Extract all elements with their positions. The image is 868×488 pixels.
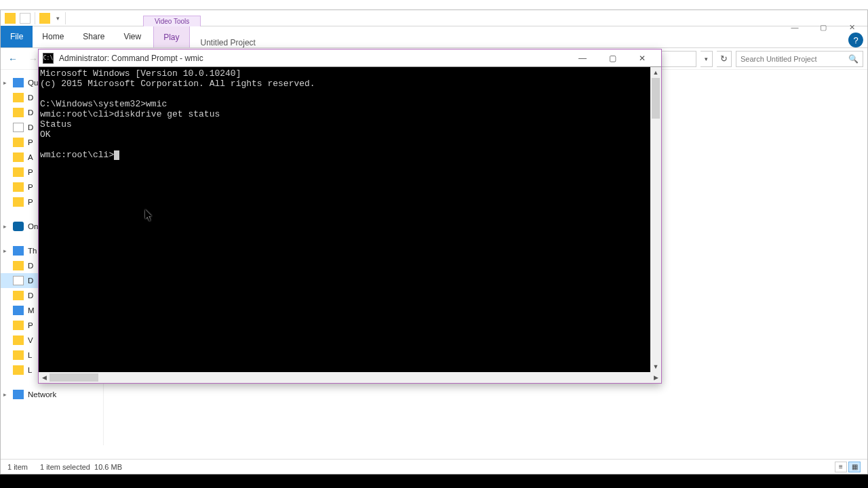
nav-item-icon: [13, 306, 24, 315]
nav-item-label: M: [28, 306, 35, 314]
nav-item-icon: [13, 321, 24, 330]
nav-item-icon: [13, 152, 24, 162]
tab-home[interactable]: Home: [33, 26, 73, 47]
cmd-title-text: Administrator: Command Prompt - wmic: [59, 54, 203, 63]
nav-item-icon: [13, 167, 24, 177]
help-icon[interactable]: ?: [848, 33, 863, 47]
nav-item-label: D: [28, 123, 33, 131]
scroll-up-icon[interactable]: ▲: [650, 67, 661, 78]
nav-item-label: D: [28, 291, 33, 300]
search-input[interactable]: [741, 55, 859, 63]
cmd-scrollbar-horizontal[interactable]: ◀ ▶: [39, 372, 661, 383]
nav-item-label: Qu: [28, 79, 38, 87]
refresh-button[interactable]: ↻: [717, 51, 732, 67]
nav-item-icon: [13, 138, 24, 147]
nav-item-label: V: [28, 336, 33, 344]
nav-item-label: On: [28, 222, 38, 230]
cmd-icon: C:\: [43, 53, 54, 64]
cmd-output[interactable]: Microsoft Windows [Version 10.0.10240] (…: [39, 67, 661, 372]
view-details-button[interactable]: ≡: [835, 462, 847, 472]
status-count: 1 item: [7, 463, 28, 471]
nav-item-icon: [13, 276, 24, 285]
nav-item-icon: [13, 93, 24, 102]
cmd-scrollbar-vertical[interactable]: ▲ ▼: [650, 67, 661, 372]
nav-item-label: D: [28, 277, 33, 285]
tab-share[interactable]: Share: [73, 26, 114, 47]
nav-item-label: Th: [28, 247, 37, 255]
nav-item-label: P: [28, 183, 33, 191]
nav-item-icon: [13, 350, 24, 360]
cmd-window: C:\ Administrator: Command Prompt - wmic…: [38, 49, 662, 384]
folder-icon: [5, 13, 16, 24]
nav-item[interactable]: ▸Network: [1, 387, 103, 402]
nav-item-label: P: [28, 168, 33, 176]
cmd-titlebar[interactable]: C:\ Administrator: Command Prompt - wmic…: [39, 49, 661, 67]
cmd-minimize-button[interactable]: —: [568, 50, 597, 66]
window-title: Untitled Project: [201, 38, 256, 47]
nav-item-icon: [13, 261, 24, 270]
nav-item-icon: [13, 246, 24, 256]
folder-icon: [39, 13, 50, 24]
explorer-qat: ▾: [1, 10, 867, 26]
tab-play[interactable]: Play: [153, 26, 189, 47]
view-thumbnails-button[interactable]: ▦: [848, 462, 861, 472]
nav-item-icon: [13, 222, 24, 231]
nav-item-label: L: [28, 351, 32, 359]
scroll-left-icon[interactable]: ◀: [39, 372, 50, 383]
address-dropdown-icon[interactable]: ▾: [701, 51, 713, 67]
status-selected: 1 item selected 10.6 MB: [40, 463, 122, 471]
nav-item-label: D: [28, 108, 33, 117]
scroll-down-icon[interactable]: ▼: [650, 361, 661, 372]
nav-item-label: Network: [28, 390, 56, 399]
scroll-right-icon[interactable]: ▶: [650, 372, 661, 383]
qat-placeholder[interactable]: [20, 13, 31, 24]
ribbon-contextual-header: Video Tools: [143, 16, 201, 26]
nav-item-label: D: [28, 94, 33, 102]
qat-dropdown-icon[interactable]: ▾: [54, 14, 61, 23]
nav-item-icon: [13, 108, 24, 117]
cmd-close-button[interactable]: ✕: [627, 50, 657, 66]
nav-item-icon: [13, 123, 24, 132]
ribbon: Video Tools File Home Share View Play Un…: [1, 26, 867, 48]
tab-view[interactable]: View: [114, 26, 151, 47]
back-button[interactable]: ←: [5, 51, 21, 67]
cmd-maximize-button[interactable]: ▢: [597, 50, 627, 66]
tab-file[interactable]: File: [1, 26, 33, 47]
nav-item-label: D: [28, 262, 33, 270]
nav-item-label: L: [28, 366, 32, 374]
search-icon: 🔍: [848, 54, 859, 64]
nav-item-label: P: [28, 321, 33, 329]
nav-item-icon: [13, 336, 24, 345]
qat-separator: [35, 12, 35, 24]
nav-item-icon: [13, 182, 24, 192]
nav-item-icon: [13, 291, 24, 300]
nav-item-icon: [13, 197, 24, 207]
nav-item-label: P: [28, 198, 33, 206]
scroll-thumb[interactable]: [50, 373, 98, 382]
nav-item-icon: [13, 365, 24, 375]
status-bar: 1 item 1 item selected 10.6 MB ≡ ▦: [1, 459, 867, 474]
scroll-thumb[interactable]: [652, 78, 660, 119]
cursor-block: [114, 150, 119, 160]
search-box[interactable]: 🔍: [736, 51, 863, 67]
nav-item-label: A: [28, 153, 33, 161]
nav-item-icon: [13, 78, 24, 87]
nav-item-icon: [13, 390, 24, 399]
qat-separator: [65, 12, 66, 24]
nav-item-label: P: [28, 138, 33, 146]
